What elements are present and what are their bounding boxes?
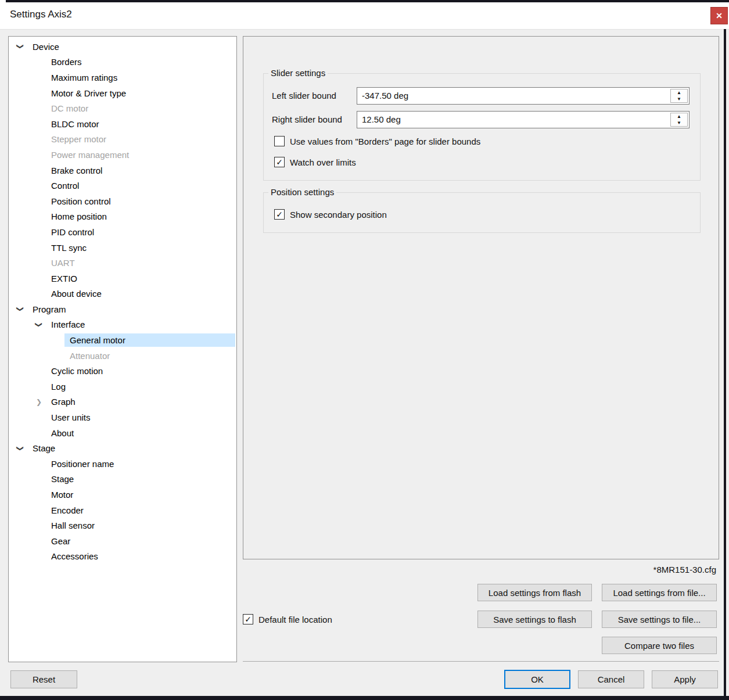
tree-item-dc-motor[interactable]: DC motor	[9, 100, 236, 116]
tree-item-label: UART	[46, 256, 235, 270]
tree-item-label: Interface	[46, 318, 235, 331]
tree-item-user-units[interactable]: User units	[9, 410, 236, 425]
tree-item-position-control[interactable]: Position control	[9, 193, 236, 209]
left-slider-bound-value: -347.50 deg	[362, 88, 408, 104]
tree-item-motor[interactable]: Motor	[9, 487, 236, 502]
tree-item-log[interactable]: Log	[9, 379, 236, 394]
footer-divider	[243, 661, 719, 662]
tree-item-label: Gear	[46, 534, 235, 548]
tree-item-label: BLDC motor	[46, 117, 235, 131]
default-file-location-label: Default file location	[258, 615, 332, 624]
tree-item-home-position[interactable]: Home position	[9, 209, 236, 225]
settings-tree: ❯DeviceBordersMaximum ratingsMotor & Dri…	[8, 36, 237, 662]
tree-item-label: Position control	[46, 195, 235, 208]
close-button[interactable]: ✕	[710, 7, 728, 24]
tree-item-stepper-motor[interactable]: Stepper motor	[9, 132, 236, 148]
tree-item-label: Motor & Driver type	[46, 87, 235, 100]
tree-item-extio[interactable]: EXTIO	[9, 271, 236, 286]
tree-item-pid-control[interactable]: PID control	[9, 224, 236, 240]
tree-item-positioner-name[interactable]: Positioner name	[9, 456, 236, 472]
load-settings-from-flash-button[interactable]: Load settings from flash	[477, 584, 592, 601]
save-settings-to-file-button[interactable]: Save settings to file...	[602, 611, 717, 628]
tree-item-label: Device	[27, 40, 235, 53]
tree-item-stage[interactable]: Stage	[9, 472, 236, 487]
tree-item-brake-control[interactable]: Brake control	[9, 163, 236, 178]
tree-item-label: Log	[46, 380, 235, 393]
tree-item-attenuator[interactable]: Attenuator	[9, 348, 236, 364]
tree-item-general-motor[interactable]: General motor	[9, 332, 236, 348]
tree-item-label: About device	[46, 287, 235, 300]
reset-button[interactable]: Reset	[10, 670, 77, 688]
tree-item-program[interactable]: ❯Program	[9, 301, 236, 317]
tree-item-label: Attenuator	[64, 349, 235, 362]
tree-item-label: Graph	[46, 395, 235, 408]
spin-down-button[interactable]: ▼	[671, 96, 687, 102]
tree-item-label: TTL sync	[46, 241, 235, 254]
cancel-button[interactable]: Cancel	[578, 670, 644, 688]
chevron-down-icon[interactable]: ❯	[16, 40, 24, 53]
tree-item-device[interactable]: ❯Device	[9, 39, 236, 55]
tree-item-label: Accessories	[46, 550, 235, 563]
tree-item-maximum-ratings[interactable]: Maximum ratings	[9, 70, 236, 85]
spin-up-button[interactable]: ▲	[671, 113, 687, 120]
spinner-buttons: ▲ ▼	[670, 89, 688, 103]
tree-item-encoder[interactable]: Encoder	[9, 502, 236, 518]
ok-button[interactable]: OK	[504, 670, 570, 689]
right-slider-bound-input[interactable]: 12.50 deg ▲ ▼	[357, 111, 690, 128]
watch-over-limits-label: Watch over limits	[290, 157, 356, 167]
tree-item-interface[interactable]: ❯Interface	[9, 317, 236, 333]
tree-item-hall-sensor[interactable]: Hall sensor	[9, 518, 236, 533]
default-file-location-checkbox[interactable]: ✓ Default file location	[243, 614, 332, 624]
left-slider-bound-input[interactable]: -347.50 deg ▲ ▼	[357, 87, 690, 105]
tree-item-label: Stage	[27, 441, 235, 455]
tree-item-label: Borders	[46, 55, 235, 69]
right-slider-bound-label: Right slider bound	[272, 111, 342, 128]
config-filename: *8MR151-30.cfg	[653, 565, 716, 575]
show-secondary-position-checkbox[interactable]: ✓ Show secondary position	[274, 209, 387, 220]
tree-item-stage[interactable]: ❯Stage	[9, 440, 236, 456]
tree-item-label: User units	[46, 411, 235, 424]
chevron-down-icon[interactable]: ❯	[16, 302, 24, 316]
tree-item-ttl-sync[interactable]: TTL sync	[9, 240, 236, 256]
tree-item-control[interactable]: Control	[9, 178, 236, 193]
tree-item-label: Cyclic motion	[46, 364, 235, 378]
use-borders-values-checkbox[interactable]: Use values from "Borders" page for slide…	[274, 136, 480, 146]
tree-item-power-management[interactable]: Power management	[9, 147, 236, 163]
title-bar: Settings Axis2 ✕	[0, 0, 729, 30]
tree-item-label: Motor	[46, 488, 235, 501]
tree-item-label: Home position	[46, 210, 235, 223]
tree-item-label: General motor	[64, 333, 235, 347]
position-settings-group: Position settings ✓ Show secondary posit…	[263, 192, 701, 233]
spin-up-button[interactable]: ▲	[671, 89, 687, 96]
tree-item-label: Maximum ratings	[46, 71, 235, 84]
watch-over-limits-checkbox[interactable]: ✓ Watch over limits	[274, 157, 356, 167]
load-settings-from-file-button[interactable]: Load settings from file...	[602, 584, 717, 601]
tree-item-uart[interactable]: UART	[9, 255, 236, 271]
right-slider-bound-value: 12.50 deg	[362, 112, 401, 128]
tree-item-label: DC motor	[46, 102, 235, 115]
tree-item-gear[interactable]: Gear	[9, 533, 236, 549]
tree-item-label: Stepper motor	[46, 132, 235, 146]
tree-item-cyclic-motion[interactable]: Cyclic motion	[9, 363, 236, 379]
window-border-bottom	[0, 696, 729, 700]
tree-item-about-device[interactable]: About device	[9, 286, 236, 302]
close-icon: ✕	[716, 11, 723, 20]
tree-item-about[interactable]: About	[9, 425, 236, 441]
apply-button[interactable]: Apply	[652, 670, 718, 688]
tree-item-graph[interactable]: ❯Graph	[9, 394, 236, 410]
compare-two-files-button[interactable]: Compare two files	[602, 637, 717, 654]
spin-down-button[interactable]: ▼	[671, 120, 687, 126]
tree-item-label: Power management	[46, 148, 235, 161]
position-settings-title: Position settings	[268, 187, 336, 197]
tree-item-borders[interactable]: Borders	[9, 55, 236, 70]
save-settings-to-flash-button[interactable]: Save settings to flash	[477, 611, 592, 628]
chevron-down-icon[interactable]: ❯	[35, 318, 43, 332]
chevron-down-icon[interactable]: ❯	[16, 441, 24, 455]
tree-item-motor-driver-type[interactable]: Motor & Driver type	[9, 85, 236, 101]
window-border-top	[6, 0, 729, 2]
tree-item-label: Stage	[46, 472, 235, 486]
tree-item-label: Brake control	[46, 164, 235, 177]
chevron-right-icon[interactable]: ❯	[32, 398, 46, 406]
tree-item-accessories[interactable]: Accessories	[9, 549, 236, 565]
tree-item-bldc-motor[interactable]: BLDC motor	[9, 116, 236, 132]
